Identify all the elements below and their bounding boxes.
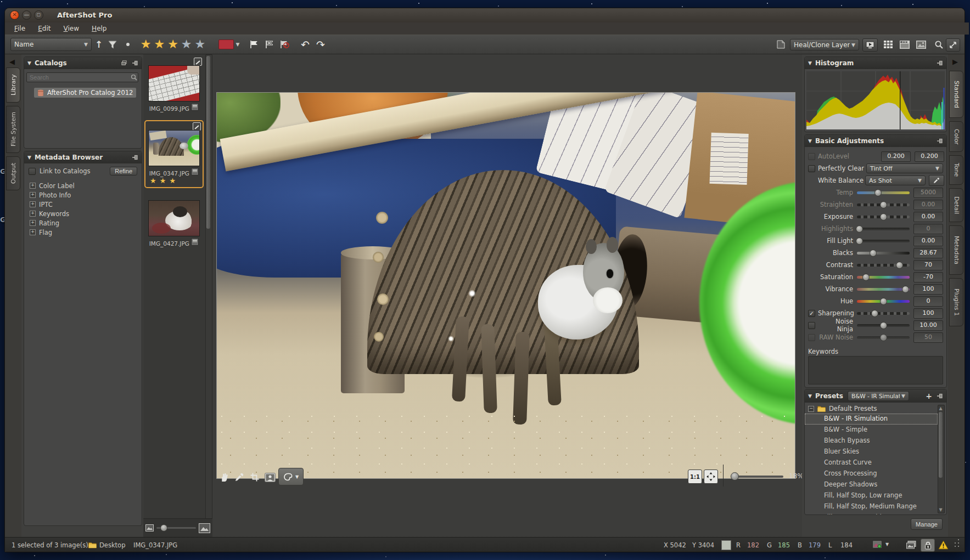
scrollbar-thumb[interactable] [939,412,943,478]
color-label-swatch[interactable]: ▼ [218,38,240,51]
preset-item[interactable]: Fill, Half Stop, Medium Range [805,501,938,512]
new-layer-icon[interactable] [773,38,788,51]
tint-combo[interactable]: Tint Off▼ [866,163,943,173]
scrollbar-thumb[interactable] [206,56,210,229]
new-catalog-icon[interactable] [121,60,127,66]
crop-tool-icon[interactable] [248,470,262,484]
image-view-icon[interactable] [914,38,928,51]
expand-plus-icon[interactable]: + [30,201,36,207]
preset-item[interactable]: Cross Processing [805,468,938,479]
tree-item-flag[interactable]: +Flag [30,229,139,236]
tab-detail[interactable]: Detail [949,188,963,222]
small-thumbnails-icon[interactable] [145,524,154,531]
slider-handle[interactable] [160,524,167,531]
sort-ascending-icon[interactable]: ↑ [93,38,105,51]
menu-help[interactable]: Help [87,23,111,32]
star-icon[interactable]: ★ [195,38,206,50]
tab-standard[interactable]: Standard [949,71,963,118]
noise-ninja-slider[interactable] [857,324,910,327]
preset-item[interactable]: Bleach Bypass [805,435,938,446]
slideshow-button[interactable] [862,38,878,52]
zoom-slider-handle[interactable] [731,472,739,480]
expand-plus-icon[interactable]: + [30,192,36,198]
highlights-value[interactable]: 0 [913,224,943,234]
preset-item[interactable]: Fill, One Stop, Wide Range [805,512,938,514]
tree-item-keywords[interactable]: +Keywords [30,210,139,217]
grid-view-icon[interactable] [881,38,895,51]
vibrance-value[interactable]: 100 [913,284,943,295]
basic-adjustments-header[interactable]: ▼ Basic Adjustments [805,135,946,147]
keywords-input[interactable] [808,356,943,384]
preset-item[interactable]: B&W - Simple [805,425,938,435]
presets-combo[interactable]: B&W - IR Simulation▼ [848,391,909,401]
straighten-slider[interactable] [857,203,910,206]
autolevel-value-1[interactable]: 0.200 [881,151,911,162]
pin-icon[interactable] [937,393,943,399]
presets-scrollbar[interactable]: ▲ ▼ [938,405,945,513]
close-button[interactable]: ✕ [10,10,19,20]
white-balance-combo[interactable]: As Shot▼ [865,176,926,185]
large-thumbnails-icon[interactable] [199,523,210,533]
thumbnail-img-0099[interactable]: IMG_0099.JPG [144,56,204,117]
flag-reject-icon[interactable] [263,38,276,51]
saturation-value[interactable]: -70 [913,272,943,282]
refine-button[interactable]: Refine [110,167,137,176]
menu-view[interactable]: View [59,23,84,32]
presets-folder-row[interactable]: − Default Presets [805,404,946,414]
fullscreen-icon[interactable] [946,38,960,52]
lock-settings-button[interactable] [921,539,935,552]
rating-none-dot[interactable] [124,38,132,51]
photo-canvas[interactable] [216,92,795,479]
add-preset-icon[interactable]: + [926,392,932,400]
resize-grip[interactable] [955,542,956,544]
scroll-down-icon[interactable]: ▼ [938,507,943,512]
menu-file[interactable]: File [9,23,30,32]
image-stack-icon[interactable] [906,541,916,549]
tab-file-system[interactable]: File System [6,106,20,153]
presets-header[interactable]: ▼ Presets B&W - IR Simulation▼ + [805,389,946,403]
star-icon[interactable]: ★ [141,38,152,50]
collapse-triangle-icon[interactable]: ▼ [808,138,812,144]
straighten-value[interactable]: 0.00 [913,200,943,210]
proof-profile-control[interactable]: ▼ [872,540,889,548]
noise-ninja-checkbox[interactable] [808,322,815,329]
rotate-left-icon[interactable]: ↶ [298,38,312,51]
warning-icon[interactable] [938,540,949,550]
fit-to-window-button[interactable] [704,470,718,484]
pin-icon[interactable] [132,60,138,66]
minimize-button[interactable]: — [22,10,31,20]
contrast-value[interactable]: 70 [913,260,943,270]
contrast-slider[interactable] [857,264,910,267]
collapse-left-panel-icon[interactable]: ◀ [9,58,15,66]
preset-item[interactable]: Bluer Skies [805,446,938,457]
saturation-slider[interactable] [857,276,910,279]
tab-output[interactable]: Output [6,156,20,190]
eyedropper-tool-icon[interactable] [232,470,246,484]
perfectly-clear-checkbox[interactable] [808,165,815,172]
star-icon[interactable]: ★ [181,38,192,50]
preset-item[interactable]: Deeper Shadows [805,479,938,490]
temp-slider[interactable] [857,191,910,194]
highlights-slider[interactable] [857,228,910,230]
tree-item-rating[interactable]: +Rating [30,219,139,227]
pan-tool-icon[interactable] [217,470,231,484]
flag-pick-icon[interactable] [248,38,261,51]
histogram-header[interactable]: ▼ Histogram [805,57,946,69]
blacks-value[interactable]: 28.67 [913,248,943,258]
preset-item[interactable]: Fill, Half Stop, Low range [805,490,938,501]
titlebar[interactable]: ✕ — ▢ AfterShot Pro [5,8,965,23]
fill-light-value[interactable]: 0.00 [913,236,943,246]
exposure-slider[interactable] [857,216,910,218]
raw-noise-slider[interactable] [857,336,910,339]
pin-icon[interactable] [937,138,943,144]
thumbnail-img-0427[interactable]: IMG_0427.JPG [144,194,204,252]
sharpening-slider[interactable] [857,312,910,315]
catalog-item[interactable]: AfterShot Pro Catalog 2012 [34,88,136,98]
menu-edit[interactable]: Edit [33,23,55,32]
star-icon[interactable]: ★ [167,38,178,50]
scroll-up-icon[interactable]: ▲ [938,406,943,411]
sharpening-checkbox[interactable]: ✓ [808,310,815,317]
fill-light-slider[interactable] [857,240,910,242]
redeye-tool-icon[interactable] [263,470,277,484]
tree-item-color-label[interactable]: +Color Label [30,182,139,189]
